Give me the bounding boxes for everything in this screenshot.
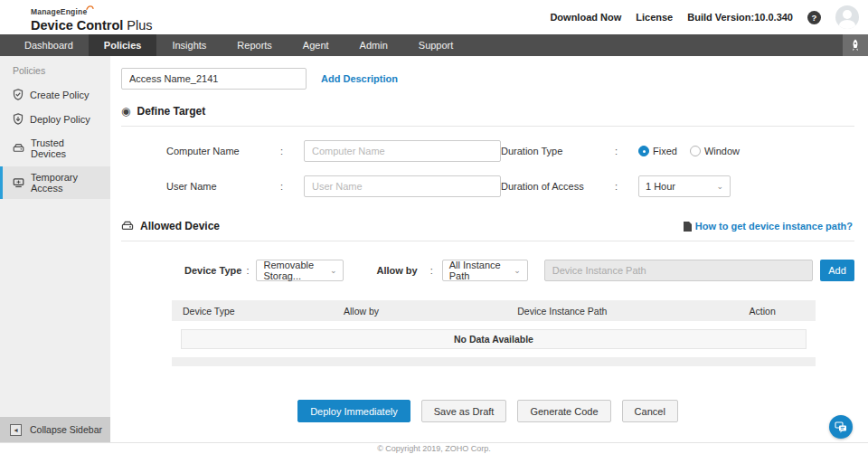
col-device-type: Device Type [172,306,333,317]
device-type-value: Removable Storag... [263,260,324,281]
nav-tab-agent[interactable]: Agent [288,34,344,56]
nav-tab-insights[interactable]: Insights [156,34,222,56]
footer: © Copyright 2019, ZOHO Corp. [0,442,868,454]
device-instance-path-input[interactable] [544,260,813,281]
duration-of-access-field: Duration of Access : 1 Hour ⌄ [501,175,731,197]
sidebar-item-trusted-devices[interactable]: Trusted Devices [0,132,110,165]
access-name-input[interactable] [121,68,307,90]
define-target-header: ◉ Define Target [121,105,854,118]
shield-check-icon [13,89,24,100]
body-wrapper: Policies Create Policy Deploy Policy Tru… [0,56,868,442]
chevron-down-icon: ⌄ [514,266,521,275]
user-name-label: User Name [166,181,280,192]
add-description-link[interactable]: Add Description [321,73,398,84]
nav-tab-policies[interactable]: Policies [89,34,157,56]
add-button[interactable]: Add [820,260,854,281]
cancel-button[interactable]: Cancel [622,400,678,422]
sidebar-spacer [0,201,110,417]
logo-swoosh-icon [86,5,94,11]
radio-window-label: Window [704,146,740,156]
form-row-2: User Name : Duration of Access : 1 Hour … [121,175,854,197]
colon: : [246,265,249,276]
live-chat-button[interactable] [829,415,853,439]
duration-type-label: Duration Type [501,146,615,156]
build-version-label: Build Version:10.0.340 [687,12,793,23]
duration-of-access-value: 1 Hour [646,181,675,192]
rocket-icon [850,39,861,52]
nav-tab-admin[interactable]: Admin [344,34,403,56]
manageengine-brand: ManageEngine [31,8,87,16]
form-row-1: Computer Name : Duration Type : Fixed [121,140,854,162]
chevron-down-icon: ⌄ [716,182,723,191]
help-icon[interactable]: ? [807,11,821,24]
duration-type-radio-group: Fixed Window [638,146,740,156]
colon: : [280,181,304,192]
temporary-access-icon [13,177,24,188]
radio-fixed-label: Fixed [653,146,677,156]
col-instance-path: Device Instance Path [506,306,738,317]
shield-deploy-icon [13,113,24,125]
radio-fixed[interactable]: Fixed [638,146,677,156]
user-avatar[interactable] [835,5,859,29]
define-target-divider [121,126,854,127]
col-allow-by: Allow by [333,306,506,317]
col-action: Action [739,306,816,317]
sidebar-item-label: Deploy Policy [30,114,90,125]
sidebar-section-title: Policies [0,56,110,83]
radio-window[interactable]: Window [690,146,740,156]
user-name-field: User Name : [121,175,501,197]
nav-tab-reports[interactable]: Reports [222,34,288,56]
how-to-get-path-link[interactable]: How to get device instance path? [684,221,853,232]
avatar-head [843,10,852,19]
deploy-immediately-button[interactable]: Deploy Immediately [297,400,410,422]
sidebar-item-label: Temporary Access [31,172,101,194]
radio-window-control[interactable] [690,146,701,156]
allow-by-select[interactable]: All Instance Path ⌄ [442,260,528,281]
product-title-light: Plus [123,18,152,33]
no-data-row: No Data Available [181,329,807,349]
collapse-sidebar-label: Collapse Sidebar [30,424,102,435]
sidebar-item-deploy-policy[interactable]: Deploy Policy [0,108,110,130]
main-content: Add Description ◉ Define Target Computer… [110,56,868,442]
download-now-link[interactable]: Download Now [550,12,621,23]
duration-of-access-select[interactable]: 1 Hour ⌄ [638,175,731,197]
table-body: No Data Available [172,321,816,357]
computer-name-label: Computer Name [166,146,280,156]
save-as-draft-button[interactable]: Save as Draft [421,400,507,422]
nav-tab-dashboard[interactable]: Dashboard [9,34,89,56]
sidebar-item-label: Trusted Devices [31,137,101,159]
product-title-bold: Device Control [31,18,123,33]
computer-name-field: Computer Name : [121,140,501,162]
define-target-form: Computer Name : Duration Type : Fixed [121,140,854,197]
app-window: ManageEngine Device Control Plus Downloa… [0,0,868,454]
chat-bubbles-icon [835,421,847,433]
table-header-row: Device Type Allow by Device Instance Pat… [172,300,816,321]
allow-by-label: Allow by [376,265,417,276]
main-nav: Dashboard Policies Insights Reports Agen… [0,34,868,56]
generate-code-button[interactable]: Generate Code [517,400,610,422]
allowed-device-table: Device Type Allow by Device Instance Pat… [172,300,816,366]
top-header: ManageEngine Device Control Plus Downloa… [0,0,868,34]
radio-fixed-control[interactable] [638,146,649,156]
whats-new-button[interactable] [843,34,868,56]
copyright-text: © Copyright 2019, ZOHO Corp. [377,444,491,453]
license-link[interactable]: License [636,12,673,23]
collapse-sidebar-button[interactable]: ◂ Collapse Sidebar [0,417,110,442]
device-type-label: Device Type [184,265,241,276]
sidebar-item-create-policy[interactable]: Create Policy [0,83,110,106]
nav-tab-support[interactable]: Support [403,34,469,56]
product-title: Device Control Plus [31,19,153,33]
computer-name-input[interactable] [304,140,501,162]
chevron-down-icon: ⌄ [330,266,337,275]
app-logo: ManageEngine Device Control Plus [31,3,153,33]
sidebar-item-label: Create Policy [30,90,89,100]
device-type-select[interactable]: Removable Storag... ⌄ [256,260,344,281]
collapse-arrow-icon: ◂ [10,424,22,436]
sidebar-item-temporary-access[interactable]: Temporary Access [0,166,110,199]
target-icon: ◉ [121,106,130,117]
avatar-torso [839,20,855,29]
allowed-device-header: Allowed Device How to get device instanc… [121,220,854,232]
device-icon [13,143,24,154]
user-name-input[interactable] [304,175,501,197]
define-target-title: Define Target [137,105,205,118]
